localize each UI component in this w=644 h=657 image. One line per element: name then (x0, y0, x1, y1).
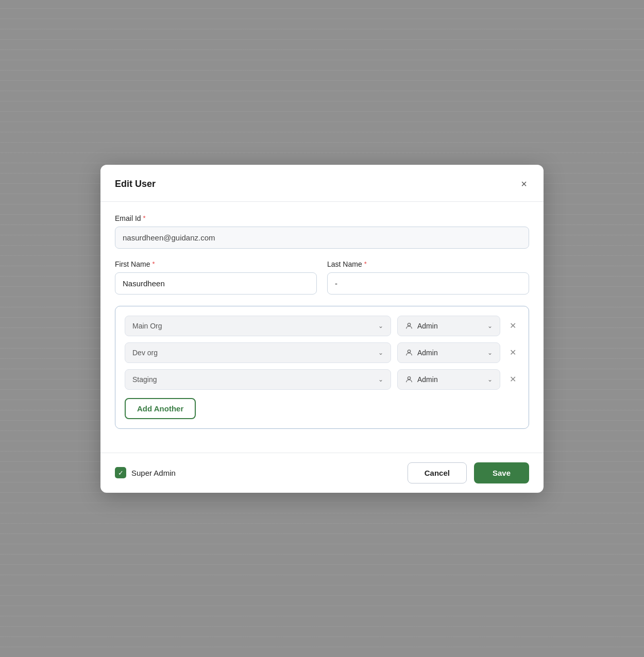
close-button[interactable]: × (519, 176, 529, 192)
org-dropdown-1[interactable]: Main Org ⌄ (125, 316, 391, 336)
footer-buttons: Cancel Save (408, 462, 529, 483)
first-name-group: First Name * (115, 260, 317, 295)
super-admin-row: ✓ Super Admin (115, 467, 176, 478)
org-row: Staging ⌄ Admin ⌄ (125, 369, 519, 390)
last-name-group: Last Name * (327, 260, 529, 295)
org-row: Main Org ⌄ Admin ⌄ (125, 316, 519, 336)
org-rows-wrapper[interactable]: Main Org ⌄ Admin ⌄ (125, 316, 521, 390)
modal-divider (100, 201, 544, 202)
email-label: Email Id * (115, 214, 529, 222)
cancel-button[interactable]: Cancel (408, 462, 467, 483)
role-dropdown-3[interactable]: Admin ⌄ (397, 369, 500, 390)
svg-point-1 (408, 350, 410, 352)
chevron-down-icon: ⌄ (378, 349, 383, 356)
add-another-button[interactable]: Add Another (125, 398, 196, 419)
remove-row-1-button[interactable]: ✕ (506, 319, 519, 333)
chevron-down-icon: ⌄ (487, 322, 493, 330)
last-name-required-star: * (364, 260, 367, 268)
org-dropdown-3[interactable]: Staging ⌄ (125, 369, 391, 390)
chevron-down-icon: ⌄ (378, 376, 383, 383)
checkmark-icon: ✓ (118, 469, 124, 477)
email-required-star: * (143, 214, 146, 222)
super-admin-label: Super Admin (131, 469, 176, 477)
org-role-container: Main Org ⌄ Admin ⌄ (115, 306, 529, 429)
user-icon (405, 349, 413, 357)
email-input[interactable] (115, 227, 529, 249)
user-icon (405, 375, 413, 384)
super-admin-checkbox[interactable]: ✓ (115, 467, 126, 478)
first-name-label: First Name * (115, 260, 317, 268)
email-group: Email Id * (115, 214, 529, 249)
edit-user-modal: Edit User × Email Id * First Name * (100, 165, 544, 493)
role-dropdown-1[interactable]: Admin ⌄ (397, 316, 500, 336)
remove-row-2-button[interactable]: ✕ (506, 345, 519, 359)
last-name-label: Last Name * (327, 260, 529, 268)
name-row: First Name * Last Name * (115, 260, 529, 295)
first-name-input[interactable] (115, 272, 317, 295)
modal-footer: ✓ Super Admin Cancel Save (100, 453, 544, 493)
chevron-down-icon: ⌄ (378, 322, 383, 330)
remove-row-3-button[interactable]: ✕ (506, 372, 519, 386)
org-dropdown-2[interactable]: Dev org ⌄ (125, 342, 391, 363)
modal-overlay: Edit User × Email Id * First Name * (0, 0, 644, 657)
chevron-down-icon: ⌄ (487, 349, 493, 356)
modal-body: Email Id * First Name * Last Name (100, 214, 544, 453)
role-dropdown-2[interactable]: Admin ⌄ (397, 342, 500, 363)
last-name-input[interactable] (327, 272, 529, 295)
user-icon (405, 322, 413, 330)
first-name-required-star: * (152, 260, 155, 268)
svg-point-2 (408, 376, 410, 379)
modal-header: Edit User × (100, 165, 544, 201)
chevron-down-icon: ⌄ (487, 376, 493, 383)
org-row: Dev org ⌄ Admin ⌄ (125, 342, 519, 363)
save-button[interactable]: Save (474, 462, 529, 483)
svg-point-0 (408, 323, 410, 325)
modal-title: Edit User (115, 179, 156, 189)
